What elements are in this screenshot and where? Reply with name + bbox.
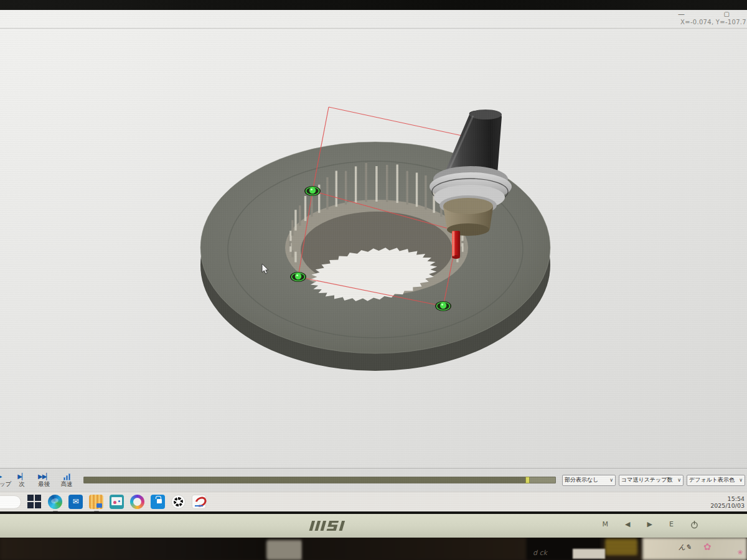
minimize-button[interactable]: — [678,11,685,18]
simulation-scene [0,29,747,468]
yellow-folder-app-icon[interactable] [89,495,103,509]
clock-time: 15:54 [710,495,745,502]
last-button[interactable]: ▶▶▏ 最後 [35,473,54,487]
display-dropdowns: 部分表示なし ∨ コマ送りステップ数 ∨ デフォルト表示色 ∨ [562,475,747,486]
chevron-down-icon: ∨ [739,477,743,483]
next-button[interactable]: ▶▏ 次 [12,473,31,487]
clock-date: 2025/10/03 [710,502,745,509]
simulation-control-bar: ▶ ステップ ▶▏ 次 ▶▶▏ 最後 高速 [0,468,747,492]
step-icon: ▶ [0,473,1,480]
power-icon [690,520,698,529]
partial-display-dropdown[interactable]: 部分表示なし ∨ [562,475,616,486]
fast-button[interactable]: 高速 [57,473,76,487]
chevron-down-icon: ∨ [677,477,681,483]
maximize-button[interactable]: ▢ [724,11,730,18]
fast-forward-icon [63,473,70,480]
windows-taskbar: ✉ 15:54 2025/10/03 [0,492,747,511]
right-button: ▶ [647,520,652,530]
monitor-controls: M ◀ ▶ E [603,520,698,530]
progress-slider-handle[interactable] [525,477,530,483]
white-sticker [573,549,605,559]
flower-decoration-small: ❀ [738,549,743,556]
progress-slider[interactable] [83,477,556,483]
taskbar-clock[interactable]: 15:54 2025/10/03 [710,495,747,509]
toolbar-separator [0,28,747,29]
monitor-top-bezel [0,0,747,10]
chevron-down-icon: ∨ [609,477,613,483]
chatgpt-icon[interactable] [171,495,186,509]
frame-step-dropdown[interactable]: コマ送りステップ数 ∨ [619,475,684,486]
skip-to-end-icon: ▶▶▏ [38,473,50,480]
box-writing: ん✎ [679,543,691,552]
desk-shadow [0,538,268,560]
coordinate-readout: X=-0.074, Y=-107.7 [680,19,747,26]
viewport-3d[interactable] [0,29,747,468]
viewer-app-icon[interactable] [110,495,124,509]
left-button: ◀ [625,520,630,530]
desk-background: d ck ん✎ ✿ ❀ [0,538,747,560]
white-object [266,540,303,560]
pouch-writing: d ck [533,549,547,557]
copilot-icon[interactable] [130,495,144,509]
monitor-photo: — ▢ X=-0.074, Y=-107.7 [0,0,747,560]
edge-browser-icon[interactable] [48,495,62,509]
bottle-label [605,539,637,555]
default-color-dropdown[interactable]: デフォルト表示色 ∨ [687,475,745,486]
menu-button: M [603,520,609,530]
cream-box [642,538,747,560]
search-input[interactable] [0,495,21,509]
cutter-shank [452,231,460,257]
windows-start-icon[interactable] [27,495,42,509]
microsoft-store-icon[interactable] [151,495,165,509]
exit-button: E [669,520,674,530]
next-icon: ▶▏ [17,473,26,480]
monitor-bottom-bezel: M ◀ ▶ E [0,514,747,538]
outlook-icon[interactable]: ✉ [68,495,83,509]
msi-logo [304,519,364,533]
playback-controls: ▶ ステップ ▶▏ 次 ▶▶▏ 最後 高速 [0,473,76,487]
screen: — ▢ X=-0.074, Y=-107.7 [0,10,747,511]
dark-region [303,538,527,560]
step-button[interactable]: ▶ ステップ [0,473,9,487]
progress-slider-fill [84,477,527,483]
flower-decoration: ✿ [703,541,712,553]
red-cam-app-icon[interactable] [192,495,206,509]
